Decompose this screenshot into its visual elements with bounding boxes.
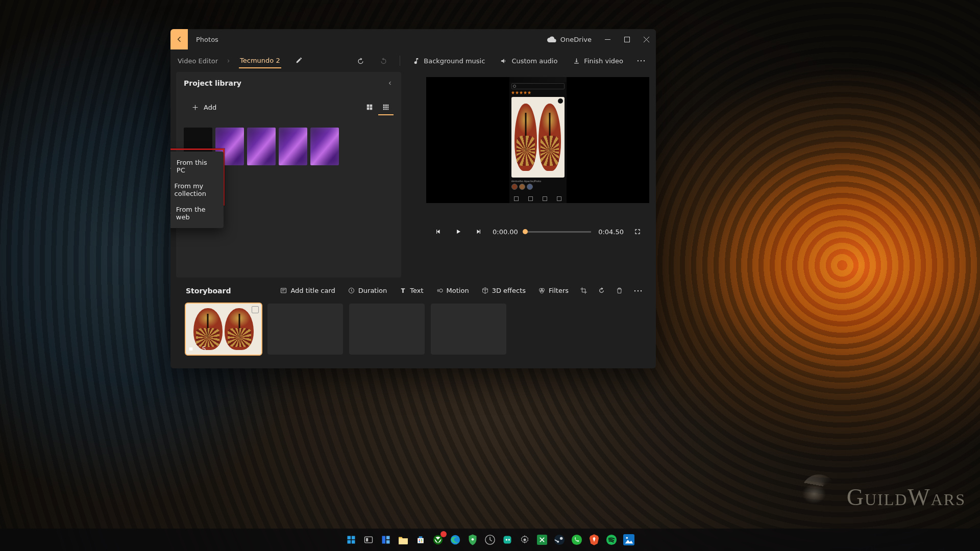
- clip-checkbox[interactable]: [252, 306, 259, 313]
- project-library-panel: Project library Add: [176, 72, 401, 278]
- storyboard-heading: Storyboard: [186, 287, 231, 295]
- text-button[interactable]: Text: [395, 284, 427, 297]
- back-button[interactable]: [170, 29, 188, 49]
- photos-app-window: Photos OneDrive Video Editor Tecmundo 2: [170, 29, 656, 368]
- task-view-button[interactable]: [361, 533, 376, 547]
- svg-rect-12: [419, 539, 421, 541]
- image-icon: [188, 346, 193, 352]
- collapse-panel-button[interactable]: [385, 78, 395, 88]
- maximize-icon: [624, 37, 630, 42]
- whatsapp-button[interactable]: [570, 533, 584, 547]
- svg-rect-11: [386, 540, 390, 544]
- svg-point-21: [506, 539, 507, 540]
- seek-bar[interactable]: [525, 231, 591, 233]
- play-button[interactable]: [452, 225, 465, 238]
- add-button[interactable]: Add: [184, 98, 225, 116]
- background-music-button[interactable]: Background music: [407, 54, 490, 68]
- clip-placeholder-3[interactable]: [349, 304, 425, 355]
- settings-button[interactable]: [518, 533, 532, 547]
- spotify-button[interactable]: [604, 533, 619, 547]
- share-icon: [558, 98, 563, 104]
- variant-label: Vermelho Apache/Preto: [511, 180, 565, 183]
- fullscreen-button[interactable]: [631, 225, 644, 238]
- music-icon: [412, 57, 420, 65]
- project-name-input[interactable]: Tecmundo 2: [239, 54, 281, 68]
- motion-icon: [436, 287, 444, 294]
- undo-button[interactable]: [352, 54, 370, 68]
- svg-point-31: [626, 537, 628, 539]
- window-close-button[interactable]: [636, 29, 656, 49]
- storyboard-more-button[interactable]: ⋯: [630, 285, 646, 296]
- security-button[interactable]: [465, 533, 480, 547]
- command-bar: Video Editor Tecmundo 2 Background music…: [170, 49, 656, 72]
- storyboard-panel: Storyboard Add title card Duration Text …: [170, 278, 656, 368]
- duration-button[interactable]: Duration: [344, 284, 391, 297]
- svg-point-18: [472, 538, 474, 541]
- rotate-button[interactable]: [595, 284, 608, 297]
- custom-audio-button[interactable]: Custom audio: [495, 54, 562, 68]
- view-large-button[interactable]: [362, 100, 377, 115]
- breadcrumb-video-editor[interactable]: Video Editor: [178, 57, 218, 65]
- current-time: 0:00.00: [493, 228, 518, 236]
- crop-button[interactable]: [577, 284, 591, 297]
- svg-rect-13: [421, 539, 423, 541]
- svg-rect-9: [382, 536, 386, 544]
- crop-icon: [580, 287, 587, 294]
- motion-button[interactable]: Motion: [432, 284, 473, 297]
- filters-icon: [538, 287, 546, 294]
- brave-button[interactable]: [587, 533, 601, 547]
- titlebar: Photos OneDrive: [170, 29, 656, 49]
- menu-from-web[interactable]: From the web: [170, 202, 224, 225]
- photos-taskbar-button[interactable]: [622, 533, 636, 547]
- finish-video-button[interactable]: Finish video: [568, 54, 628, 68]
- steam-button[interactable]: [552, 533, 567, 547]
- app-title: Photos: [196, 36, 218, 43]
- taskbar: [0, 529, 980, 551]
- xbox-button[interactable]: [431, 533, 445, 547]
- clip-placeholder-2[interactable]: [267, 304, 343, 355]
- 3d-effects-button[interactable]: 3D effects: [477, 284, 530, 297]
- menu-from-collection[interactable]: From my collection: [170, 178, 224, 202]
- view-small-button[interactable]: [378, 100, 394, 115]
- svg-rect-7: [365, 537, 373, 543]
- close-icon: [644, 37, 649, 42]
- file-explorer-button[interactable]: [396, 533, 410, 547]
- streamlabs-button[interactable]: [500, 533, 514, 547]
- edge-button[interactable]: [448, 533, 462, 547]
- clock-app-button[interactable]: [483, 533, 497, 547]
- library-thumb-4[interactable]: [279, 128, 307, 165]
- plus-icon: [192, 104, 199, 111]
- add-title-card-button[interactable]: Add title card: [276, 284, 339, 297]
- chevron-left-icon: [387, 80, 393, 86]
- svg-point-25: [554, 535, 565, 545]
- delete-button[interactable]: [612, 284, 626, 297]
- view-toggle: [362, 100, 394, 115]
- clip-1[interactable]: 4.5: [186, 304, 261, 355]
- library-thumb-5[interactable]: [310, 128, 339, 165]
- taskbar-widgets[interactable]: [379, 533, 393, 547]
- start-button[interactable]: [344, 533, 358, 547]
- text-icon: [399, 287, 407, 294]
- clock-icon: [348, 287, 355, 294]
- microsoft-store-button[interactable]: [413, 533, 428, 547]
- player-controls: 0:00.00 0:04.50: [426, 221, 649, 242]
- filters-button[interactable]: Filters: [534, 284, 573, 297]
- clip-duration-badge: 4.5: [188, 345, 206, 353]
- window-minimize-button[interactable]: [598, 29, 617, 49]
- svg-point-3: [439, 289, 442, 292]
- add-menu-annotation-group: 1. 2. 3. From this PC From my collection: [170, 152, 243, 228]
- window-maximize-button[interactable]: [617, 29, 636, 49]
- menu-from-this-pc[interactable]: From this PC: [170, 155, 224, 178]
- cloud-icon: [547, 36, 556, 42]
- library-thumb-3[interactable]: [247, 128, 276, 165]
- next-frame-button[interactable]: [472, 225, 485, 238]
- clip-placeholder-4[interactable]: [431, 304, 506, 355]
- onedrive-button[interactable]: OneDrive: [547, 29, 592, 49]
- svg-rect-0: [605, 39, 610, 40]
- excel-button[interactable]: [535, 533, 549, 547]
- rename-icon[interactable]: [296, 57, 303, 65]
- more-button[interactable]: ⋯: [633, 55, 649, 66]
- title-card-icon: [280, 287, 287, 294]
- prev-frame-button[interactable]: [431, 225, 445, 238]
- svg-point-23: [524, 539, 526, 541]
